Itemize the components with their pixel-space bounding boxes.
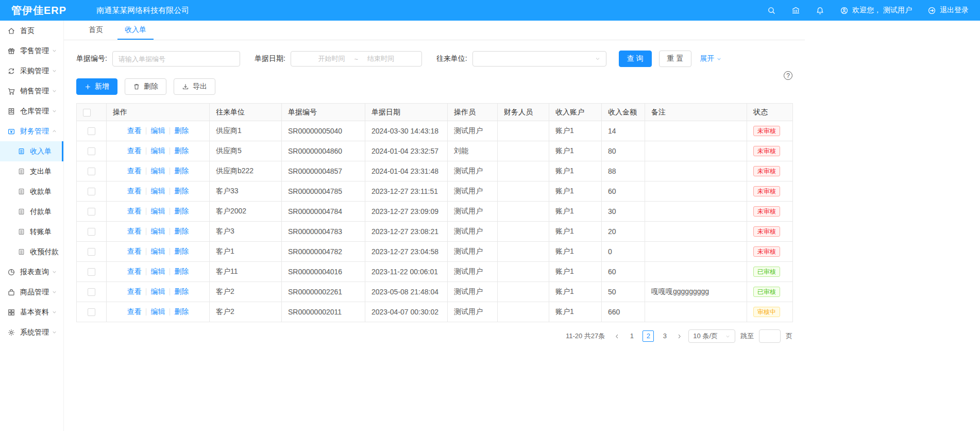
row-checkbox[interactable] [88, 127, 95, 135]
view-link[interactable]: 查看 [127, 187, 142, 195]
delete-link[interactable]: 删除 [174, 167, 189, 175]
edit-link[interactable]: 编辑 [151, 247, 165, 255]
row-checkbox[interactable] [88, 228, 95, 236]
view-link[interactable]: 查看 [127, 126, 142, 135]
search-icon[interactable] [767, 6, 776, 15]
tab-home[interactable]: 首页 [81, 21, 110, 40]
delete-link[interactable]: 删除 [174, 207, 189, 215]
logout-button[interactable]: 退出登录 [927, 6, 969, 15]
welcome-user[interactable]: 欢迎您， 测试用户 [840, 6, 912, 15]
delete-link[interactable]: 删除 [174, 146, 189, 155]
cell-partner: 供应商5 [210, 141, 282, 161]
sidebar-item-label: 收预付款 [30, 247, 59, 257]
delete-link[interactable]: 删除 [174, 227, 189, 235]
delete-link[interactable]: 删除 [174, 287, 189, 295]
bill-no-input[interactable] [112, 51, 240, 67]
cell-partner: 客户2 [210, 302, 282, 322]
sidebar-item-transfer-bill[interactable]: 转账单 [0, 222, 63, 242]
top-header: 管伊佳ERP 南通某某网络科技有限公司 欢迎您， 测试用户 退出登录 [0, 0, 980, 21]
reset-button[interactable]: 重 置 [659, 51, 692, 67]
export-button[interactable]: 导出 [174, 78, 215, 95]
row-checkbox[interactable] [88, 188, 95, 195]
plus-icon [85, 84, 91, 90]
status-badge: 未审核 [753, 146, 780, 156]
edit-link[interactable]: 编辑 [151, 287, 165, 295]
edit-link[interactable]: 编辑 [151, 126, 165, 135]
view-link[interactable]: 查看 [127, 167, 142, 175]
row-checkbox[interactable] [88, 268, 95, 276]
sidebar-item-payment-bill[interactable]: 付款单 [0, 202, 63, 222]
delete-button[interactable]: 删除 [125, 78, 166, 95]
sidebar-item-finance[interactable]: 财务管理 [0, 121, 63, 141]
delete-link[interactable]: 删除 [174, 187, 189, 195]
row-checkbox[interactable] [88, 168, 95, 175]
grid-icon [7, 308, 15, 317]
user-icon [840, 6, 849, 15]
sidebar-item-retail[interactable]: 零售管理 [0, 41, 63, 61]
date-range-picker[interactable]: 开始时间 ~ 结束时间 [291, 51, 422, 67]
pie-chart-icon [7, 268, 15, 276]
toolbar: 新增 删除 导出 [76, 78, 792, 95]
edit-link[interactable]: 编辑 [151, 146, 165, 155]
sidebar-item-sales[interactable]: 销售管理 [0, 81, 63, 101]
sidebar-item-system[interactable]: 系统管理 [0, 322, 63, 342]
cell-remark: 嘎嘎嘎ggggggggg [645, 282, 747, 302]
partner-select[interactable] [472, 51, 606, 67]
edit-link[interactable]: 编辑 [151, 167, 165, 175]
edit-link[interactable]: 编辑 [151, 187, 165, 195]
sidebar-item-prepayment[interactable]: 收预付款 [0, 242, 63, 262]
add-button[interactable]: 新增 [76, 78, 117, 95]
cell-bill-no: SR00000004860 [282, 141, 365, 161]
view-link[interactable]: 查看 [127, 227, 142, 235]
sidebar-item-goods[interactable]: 商品管理 [0, 282, 63, 302]
view-link[interactable]: 查看 [127, 287, 142, 295]
sidebar-item-income-bill[interactable]: 收入单 [0, 141, 63, 161]
view-link[interactable]: 查看 [127, 307, 142, 316]
view-link[interactable]: 查看 [127, 267, 142, 275]
next-page-button[interactable] [675, 334, 683, 339]
table-row: 查看|编辑|删除 供应商1 SR00000005040 2024-03-30 1… [77, 121, 793, 141]
view-link[interactable]: 查看 [127, 207, 142, 215]
col-header-finance: 财务人员 [498, 104, 549, 121]
edit-link[interactable]: 编辑 [151, 207, 165, 215]
row-actions: 查看|编辑|删除 [107, 161, 210, 181]
select-all-checkbox[interactable] [83, 109, 91, 117]
search-button[interactable]: 查 询 [619, 51, 652, 67]
prev-page-button[interactable] [613, 334, 621, 339]
page-number-1[interactable]: 1 [626, 330, 637, 342]
delete-link[interactable]: 删除 [174, 267, 189, 275]
sidebar-item-receipt-bill[interactable]: 收款单 [0, 181, 63, 202]
page-number-2-active[interactable]: 2 [643, 330, 654, 342]
sidebar-item-purchase[interactable]: 采购管理 [0, 61, 63, 81]
row-checkbox[interactable] [88, 208, 95, 216]
row-checkbox[interactable] [88, 288, 95, 296]
help-icon[interactable]: ? [784, 71, 792, 80]
cell-finance [498, 242, 549, 262]
table-row: 查看|编辑|删除 客户33 SR00000004785 2023-12-27 2… [77, 181, 793, 202]
page-jump-input[interactable] [759, 329, 781, 343]
edit-link[interactable]: 编辑 [151, 227, 165, 235]
tab-income-bill[interactable]: 收入单 [117, 21, 154, 40]
sidebar-item-expense-bill[interactable]: 支出单 [0, 161, 63, 181]
page-number-3[interactable]: 3 [659, 330, 670, 342]
row-checkbox[interactable] [88, 147, 95, 155]
edit-link[interactable]: 编辑 [151, 267, 165, 275]
cell-bill-no: SR00000004784 [282, 202, 365, 222]
view-link[interactable]: 查看 [127, 247, 142, 255]
row-checkbox[interactable] [88, 308, 95, 316]
delete-link[interactable]: 删除 [174, 126, 189, 135]
page-size-select[interactable]: 10 条/页 [688, 329, 735, 343]
row-checkbox[interactable] [88, 248, 95, 256]
sidebar-item-home[interactable]: 首页 [0, 21, 63, 41]
view-link[interactable]: 查看 [127, 146, 142, 155]
chevron-down-icon [52, 309, 57, 315]
bank-icon[interactable] [791, 6, 800, 15]
edit-link[interactable]: 编辑 [151, 307, 165, 316]
delete-link[interactable]: 删除 [174, 247, 189, 255]
delete-link[interactable]: 删除 [174, 307, 189, 316]
notification-bell-icon[interactable] [816, 6, 824, 15]
sidebar-item-warehouse[interactable]: 仓库管理 [0, 101, 63, 121]
expand-link[interactable]: 展开 [700, 54, 722, 63]
sidebar-item-base-data[interactable]: 基本资料 [0, 302, 63, 322]
sidebar-item-reports[interactable]: 报表查询 [0, 262, 63, 282]
